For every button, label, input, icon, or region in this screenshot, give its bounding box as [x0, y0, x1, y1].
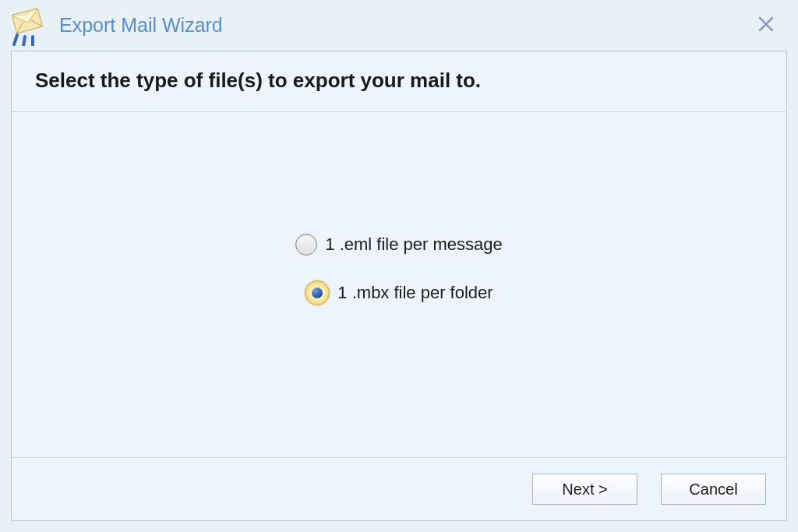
close-button[interactable] [750, 10, 782, 41]
next-button[interactable]: Next > [532, 474, 637, 505]
export-mail-wizard-dialog: Export Mail Wizard Select the type of fi… [0, 0, 798, 532]
title-bar-left: Export Mail Wizard [6, 5, 223, 46]
button-bar: Next > Cancel [12, 457, 786, 520]
page-title: Select the type of file(s) to export you… [35, 69, 763, 93]
radio-option-eml[interactable]: 1 .eml file per message [295, 234, 502, 255]
options-section: 1 .eml file per message 1 .mbx file per … [12, 112, 786, 457]
radio-inner-dot [312, 287, 323, 298]
content-area: Select the type of file(s) to export you… [11, 51, 787, 521]
header-section: Select the type of file(s) to export you… [12, 51, 786, 112]
radio-button-mbx[interactable] [305, 280, 330, 305]
cancel-button[interactable]: Cancel [661, 474, 766, 505]
radio-label-eml: 1 .eml file per message [325, 234, 502, 255]
radio-label-mbx: 1 .mbx file per folder [337, 283, 493, 303]
title-bar: Export Mail Wizard [0, 0, 798, 51]
radio-button-eml[interactable] [295, 234, 317, 255]
radio-option-mbx[interactable]: 1 .mbx file per folder [305, 280, 493, 305]
window-title: Export Mail Wizard [59, 14, 223, 37]
envelope-icon [6, 5, 47, 46]
